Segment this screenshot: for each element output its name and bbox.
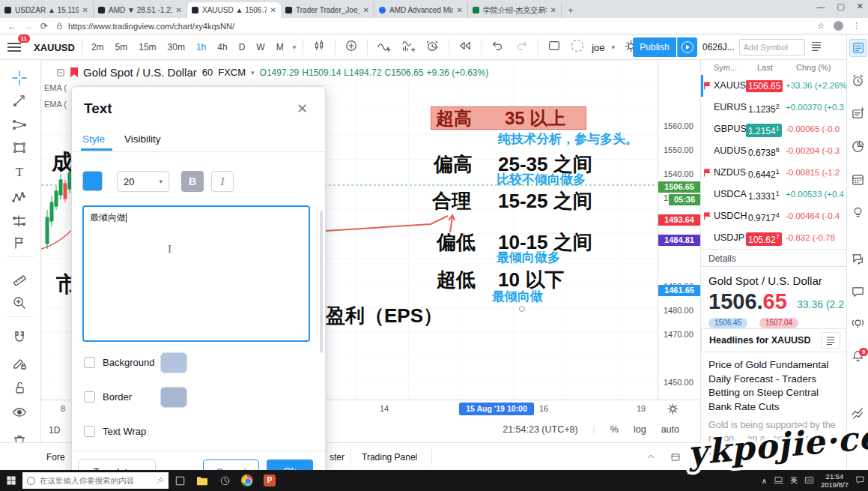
- zoom-in-tool-icon[interactable]: [10, 294, 28, 312]
- annotation-note[interactable]: 比较不倾向做多: [497, 171, 586, 188]
- screener-tab-fragment[interactable]: Fore: [46, 452, 65, 463]
- shapes-tool-icon[interactable]: [10, 139, 28, 157]
- add-symbol-input[interactable]: [739, 39, 805, 55]
- dialog-scrollbar[interactable]: [320, 211, 323, 353]
- annotation-text-area[interactable]: 最倾向做 I: [82, 205, 310, 342]
- chart-style-icon[interactable]: [310, 39, 328, 55]
- symbol-search-button[interactable]: XAUUSD: [34, 42, 75, 53]
- percent-scale-toggle[interactable]: %: [610, 424, 619, 435]
- collapse-panel-chevron-icon[interactable]: [646, 452, 656, 463]
- interval-30m[interactable]: 30m: [166, 40, 187, 54]
- drawing-mode-tool-icon[interactable]: [10, 354, 28, 372]
- taskbar-search-box[interactable]: [22, 472, 169, 489]
- publish-button[interactable]: Publish: [633, 37, 676, 57]
- new-tab-button[interactable]: +: [568, 4, 574, 16]
- strategy-tester-tab-fragment[interactable]: ster: [330, 452, 345, 463]
- back-icon[interactable]: ←: [7, 21, 16, 31]
- tab-close-icon[interactable]: ✕: [270, 6, 276, 14]
- text-wrap-checkbox-row[interactable]: Text Wrap: [84, 426, 146, 437]
- annotation-note[interactable]: 最倾向做: [492, 288, 543, 305]
- log-scale-toggle[interactable]: log: [634, 424, 646, 435]
- flag-icon[interactable]: [703, 80, 711, 94]
- redo-icon[interactable]: [513, 39, 531, 55]
- hidden-icons-chevron[interactable]: ∧: [762, 477, 767, 485]
- browser-tab[interactable]: USDZAR ▲ 15.11940 +1.32%✕: [0, 2, 94, 18]
- tab-close-icon[interactable]: ✕: [176, 6, 182, 14]
- watchlist-row[interactable]: USDCA 1.33311 +0.00533 (+0.4: [701, 184, 846, 205]
- trading-panel-tab[interactable]: Trading Panel: [362, 452, 417, 463]
- private-chat-icon[interactable]: [851, 285, 866, 300]
- watchlist-row[interactable]: GBPUS 1.21541 -0.00065 (-0.0: [701, 118, 846, 140]
- tab-close-icon[interactable]: ✕: [457, 6, 463, 14]
- watchlist-row[interactable]: EURUS 1.12352 +0.00370 (+0.3: [701, 97, 846, 118]
- layout-name[interactable]: joe: [592, 42, 604, 53]
- news-headline[interactable]: Price of Gold Fundamental Daily Forecast…: [708, 358, 842, 414]
- task-view-icon[interactable]: [169, 475, 191, 487]
- gann-fib-tool-icon[interactable]: [10, 115, 28, 133]
- bar-replay-icon[interactable]: [456, 39, 474, 55]
- headlines-menu-icon[interactable]: [821, 332, 840, 349]
- text-tool-icon[interactable]: T: [10, 163, 28, 181]
- interval-2m[interactable]: 2m: [89, 40, 106, 54]
- hotlists-pie-icon[interactable]: [851, 139, 866, 154]
- layout-avatar-icon[interactable]: [570, 38, 585, 56]
- forward-icon[interactable]: →: [24, 21, 33, 31]
- action-center-icon[interactable]: [855, 475, 865, 486]
- interval-W[interactable]: W: [254, 40, 267, 54]
- text-wrap-checkbox[interactable]: [84, 426, 95, 437]
- trend-line-tool-icon[interactable]: [10, 91, 28, 109]
- annotation-row[interactable]: 合理15-25 之间: [432, 188, 592, 214]
- ask-pill[interactable]: 1507.04: [759, 318, 798, 328]
- tab-visibility[interactable]: Visibility: [124, 133, 161, 145]
- hide-drawings-eye-icon[interactable]: [10, 403, 28, 421]
- ime-indicator[interactable]: 英: [790, 475, 798, 486]
- text-color-swatch[interactable]: [82, 171, 103, 191]
- crosshair-tool-icon[interactable]: [10, 69, 28, 87]
- price-scale[interactable]: 1560.00 1550.00 1540.00 1530.00 1520.00 …: [658, 60, 700, 400]
- panel-layout-icon[interactable]: [670, 452, 682, 465]
- streams-icon[interactable]: [851, 316, 866, 331]
- tab-close-icon[interactable]: ✕: [363, 6, 369, 14]
- refresh-icon[interactable]: ⟳: [40, 21, 48, 31]
- annotation-note[interactable]: 最倾向做多: [497, 249, 560, 266]
- font-size-select[interactable]: 20▾: [117, 171, 169, 192]
- public-chats-icon[interactable]: [851, 252, 866, 267]
- chart-clock[interactable]: 21:54:23 (UTC+8): [503, 424, 577, 435]
- interval-15m[interactable]: 15m: [136, 40, 158, 54]
- flag-icon[interactable]: [703, 167, 711, 181]
- border-checkbox-row[interactable]: Border: [84, 391, 132, 403]
- window-restore-button[interactable]: ▢: [837, 1, 844, 11]
- interval-4h[interactable]: 4h: [215, 40, 229, 54]
- annotation-note[interactable]: 纯技术分析，参与多头。: [498, 130, 638, 148]
- watchlist-row[interactable]: USDCH 0.97174 -0.00464 (-0.4: [701, 205, 846, 227]
- watchlist-columns[interactable]: Sym... Last Chng (%): [701, 60, 846, 75]
- touch-keyboard-icon[interactable]: [804, 476, 814, 486]
- calendar-icon[interactable]: [851, 172, 866, 187]
- border-checkbox[interactable]: [84, 391, 95, 403]
- auto-scale-toggle[interactable]: auto: [661, 424, 679, 435]
- undo-icon[interactable]: [488, 39, 506, 55]
- powerpoint-icon[interactable]: P: [258, 475, 281, 487]
- annotation-eps-text[interactable]: 盈利（EPS）: [326, 303, 443, 329]
- background-color-swatch[interactable]: [160, 352, 187, 373]
- interval-5m[interactable]: 5m: [113, 40, 130, 54]
- axis-settings-gear-icon[interactable]: [667, 403, 679, 417]
- browser-tab[interactable]: AMD ▼ 28.51 -1.21% joe✕: [94, 2, 187, 18]
- interval-M[interactable]: M: [274, 40, 286, 54]
- laptop-icon[interactable]: [774, 476, 783, 486]
- dialog-close-icon[interactable]: ✕: [297, 100, 308, 117]
- details-section-header[interactable]: Details: [701, 249, 846, 267]
- file-explorer-icon[interactable]: [191, 475, 213, 486]
- watchlist-panel-icon[interactable]: [849, 39, 867, 57]
- annotation-drag-handle[interactable]: [519, 306, 525, 312]
- background-checkbox[interactable]: [84, 357, 95, 368]
- browser-tab-active[interactable]: XAUUSD ▲ 1506.77 +2.27% j✕: [187, 2, 281, 18]
- legend-symbol-name[interactable]: Gold Spot / U.S. Dollar: [83, 66, 197, 79]
- indicators-icon[interactable]: [374, 39, 392, 55]
- watchlist-row[interactable]: NZDUS 0.64421 -0.00815 (-1.2: [701, 162, 846, 184]
- tab-style[interactable]: Style: [82, 133, 105, 145]
- lock-drawings-icon[interactable]: [10, 379, 28, 397]
- alarms-app-icon[interactable]: [213, 475, 236, 487]
- taskbar-search-input[interactable]: [40, 476, 151, 485]
- interval-1h-active[interactable]: 1h: [194, 40, 208, 54]
